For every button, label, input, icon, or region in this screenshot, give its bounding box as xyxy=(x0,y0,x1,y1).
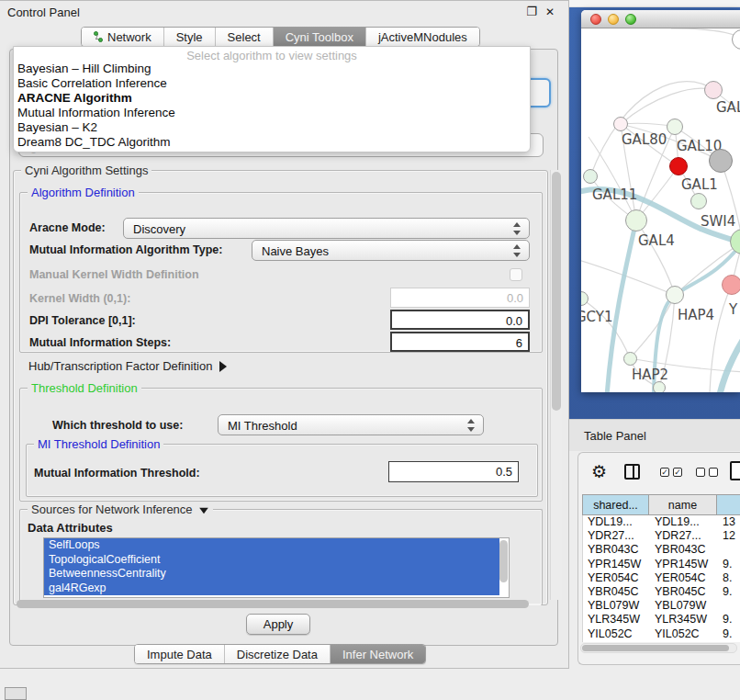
table-row[interactable]: YER054CYER054C8. xyxy=(583,571,740,585)
table-cell: YBR043C xyxy=(650,543,718,557)
table-row[interactable]: YBL079WYBL079W xyxy=(583,599,740,613)
algorithm-menu-item[interactable]: Bayesian – K2 xyxy=(14,120,530,135)
threshold-definition-title: Threshold Definition xyxy=(28,381,141,395)
column-header-shared[interactable]: shared... xyxy=(582,494,649,515)
table-cell: YBL079W xyxy=(583,599,650,613)
settings-hscroll-thumb[interactable] xyxy=(17,600,529,608)
data-attribute-item[interactable]: TopologicalCoefficient xyxy=(44,553,499,568)
tab-label: Style xyxy=(176,30,203,44)
mac-close-icon[interactable] xyxy=(590,14,601,25)
tab-label: Network xyxy=(107,30,151,44)
checked-checkbox-icon[interactable]: ✓ xyxy=(660,468,669,477)
network-icon xyxy=(94,31,104,42)
table-cell: 9. xyxy=(718,627,740,641)
table-cell: YLR345W xyxy=(650,613,718,627)
table-hscroll-thumb[interactable] xyxy=(582,645,729,651)
tab-jactivemnodules[interactable]: jActiveMNodules xyxy=(366,28,479,46)
table-cell: YDL19... xyxy=(583,515,650,529)
column-header-name[interactable]: name xyxy=(649,494,717,515)
mi-steps-field[interactable]: 6 xyxy=(390,332,530,352)
network-node-swi4[interactable] xyxy=(690,193,707,209)
settings-vscroll-thumb[interactable] xyxy=(552,172,561,411)
network-node-gal4[interactable] xyxy=(625,209,647,231)
tab-cyni-toolbox[interactable]: Cyni Toolbox xyxy=(274,28,366,46)
network-node-y[interactable] xyxy=(722,275,740,295)
list-scrollbar-thumb[interactable] xyxy=(499,540,508,582)
table-toolbar: ⚙ ✓ ✓ xyxy=(578,458,740,490)
node-label: GAL11 xyxy=(592,186,637,203)
data-attributes-label: Data Attributes xyxy=(28,521,113,535)
table-cell: 9. xyxy=(718,558,740,571)
settings-vertical-scrollbar[interactable] xyxy=(550,170,562,600)
unchecked-checkbox-icon[interactable] xyxy=(696,468,705,477)
settings-horizontal-scrollbar[interactable] xyxy=(15,599,545,609)
network-canvas[interactable]: GALGAL80GAL10GAL1SWI4GAL11GAL4GCY1HAP4YH… xyxy=(581,28,740,392)
collapsed-arrow-icon xyxy=(219,361,227,372)
dpi-tolerance-label: DPI Tolerance [0,1]: xyxy=(29,314,136,327)
mi-algorithm-type-combo[interactable]: Naive Bayes xyxy=(252,240,530,261)
algorithm-menu-item[interactable]: Bayesian – Hill Climbing xyxy=(14,62,530,76)
data-attribute-item[interactable]: gal4RGexp xyxy=(44,581,499,596)
mi-threshold-definition-title: MI Threshold Definition xyxy=(34,437,163,451)
apply-button[interactable]: Apply xyxy=(246,614,310,635)
cyni-algorithm-settings-group: Cyni Algorithm Settings Algorithm Defini… xyxy=(13,170,548,605)
close-window-icon[interactable]: ✕ xyxy=(543,5,557,19)
algorithm-menu-item[interactable]: Mutual Information Inference xyxy=(14,106,530,120)
data-attribute-item[interactable]: BetweennessCentrality xyxy=(44,567,499,581)
network-node-gal11[interactable] xyxy=(583,169,598,184)
network-node-hap2[interactable] xyxy=(623,352,637,366)
algorithm-menu-item[interactable]: ARACNE Algorithm xyxy=(14,91,530,106)
table-row[interactable]: YBR045CYBR045C9. xyxy=(583,585,740,599)
tab-style[interactable]: Style xyxy=(164,28,216,46)
minimized-frame-icon[interactable] xyxy=(5,687,27,700)
control-panel-titlebar: Control Panel ❐ ✕ xyxy=(0,1,568,23)
float-window-icon[interactable]: ❐ xyxy=(524,5,539,19)
table-row[interactable]: YDR27...YDR27...12 xyxy=(583,529,740,543)
table-row[interactable]: YBR043CYBR043C xyxy=(583,543,740,557)
node-label: HAP4 xyxy=(678,307,714,323)
network-node-gal10[interactable] xyxy=(667,119,683,135)
table-function-icon[interactable] xyxy=(730,461,740,480)
table-cell: YER054C xyxy=(650,571,718,585)
mi-threshold-field[interactable]: 0.5 xyxy=(388,461,519,482)
control-panel-window: Control Panel ❐ ✕ NetworkStyleSelectCyni… xyxy=(0,0,569,669)
sources-title[interactable]: Sources for Network Inference xyxy=(28,502,213,516)
tab-select[interactable]: Select xyxy=(216,28,274,46)
gear-icon[interactable]: ⚙ xyxy=(591,461,607,482)
mac-zoom-icon[interactable] xyxy=(625,14,636,25)
table-row[interactable]: YPR145WYPR145W9. xyxy=(583,558,740,571)
data-attribute-item[interactable]: SelfLoops xyxy=(44,538,499,553)
tab-network[interactable]: Network xyxy=(82,28,164,46)
columns-icon[interactable] xyxy=(624,464,640,480)
node-label: GCY1 xyxy=(581,309,613,325)
table-row[interactable]: YDL19...YDL19...13 xyxy=(583,515,740,529)
network-node[interactable] xyxy=(709,149,733,173)
aracne-mode-combo[interactable]: Discovery xyxy=(123,218,530,239)
network-node-gal[interactable] xyxy=(704,81,723,99)
kernel-width-field[interactable]: 0.0 xyxy=(390,288,530,308)
node-label: GAL4 xyxy=(638,232,675,249)
mac-minimize-icon[interactable] xyxy=(608,14,619,25)
table-row[interactable]: YIL052CYIL052C9. xyxy=(583,627,740,641)
unchecked-checkbox-icon[interactable] xyxy=(709,468,718,477)
aracne-mode-label: Aracne Mode: xyxy=(29,221,106,234)
network-node-gal80[interactable] xyxy=(613,117,628,131)
table-horizontal-scrollbar[interactable] xyxy=(580,643,737,653)
hub-definition-expander[interactable]: Hub/Transcription Factor Definition xyxy=(28,359,227,373)
algorithm-menu-item[interactable]: Basic Correlation Inference xyxy=(14,76,530,91)
network-node-gal1[interactable] xyxy=(669,157,688,175)
tab-infer-network[interactable]: Infer Network xyxy=(331,645,425,663)
table-row[interactable]: YLR345WYLR345W9. xyxy=(583,613,740,627)
which-threshold-combo[interactable]: MI Threshold xyxy=(218,414,484,435)
tab-discretize-data[interactable]: Discretize Data xyxy=(225,645,331,663)
dpi-tolerance-field[interactable]: 0.0 xyxy=(390,310,530,330)
manual-kernel-width-checkbox[interactable] xyxy=(510,268,522,281)
network-node-hap4[interactable] xyxy=(666,286,684,304)
network-window: GALGAL80GAL10GAL1SWI4GAL11GAL4GCY1HAP4YH… xyxy=(581,10,740,392)
tab-impute-data[interactable]: Impute Data xyxy=(135,645,225,663)
checked-checkbox-icon[interactable]: ✓ xyxy=(673,468,682,477)
algorithm-menu-item[interactable]: Dream8 DC_TDC Algorithm xyxy=(14,135,530,150)
network-node[interactable] xyxy=(653,381,666,392)
table-cell: YBR045C xyxy=(650,585,718,599)
column-header-A[interactable]: A xyxy=(717,494,740,515)
